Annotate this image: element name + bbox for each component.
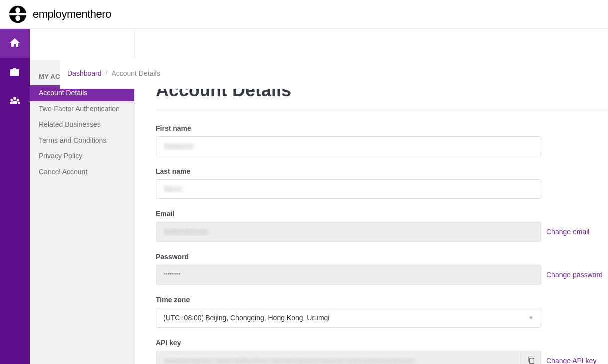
sidebar-item-terms[interactable]: Terms and Conditions bbox=[30, 133, 134, 149]
copy-icon bbox=[527, 356, 535, 364]
sidebar-item-cancel-account[interactable]: Cancel Account bbox=[30, 164, 134, 180]
nav-rail bbox=[0, 29, 30, 364]
svg-point-2 bbox=[15, 15, 20, 21]
nav-briefcase[interactable] bbox=[0, 58, 30, 87]
first-name-label: First name bbox=[156, 124, 608, 132]
chevron-down-icon: ▼ bbox=[528, 315, 534, 321]
sidebar-item-privacy[interactable]: Privacy Policy bbox=[30, 148, 134, 164]
sidebar-item-2fa[interactable]: Two-Factor Authentication bbox=[30, 101, 134, 117]
timezone-select[interactable]: (UTC+08:00) Beijing, Chongqing, Hong Kon… bbox=[156, 308, 541, 328]
api-key-input bbox=[156, 351, 521, 364]
breadcrumb-dashboard[interactable]: Dashboard bbox=[67, 69, 102, 77]
timezone-value: (UTC+08:00) Beijing, Chongqing, Hong Kon… bbox=[163, 314, 329, 322]
brand-logo[interactable]: employmenthero bbox=[9, 5, 111, 23]
breadcrumb: Dashboard / Account Details bbox=[60, 58, 608, 89]
brand-icon bbox=[9, 5, 27, 23]
briefcase-icon bbox=[9, 66, 21, 79]
breadcrumb-separator: / bbox=[106, 69, 108, 77]
password-input bbox=[156, 265, 541, 285]
api-key-label: API key bbox=[156, 339, 608, 347]
email-label: Email bbox=[156, 210, 608, 218]
copy-api-key-button[interactable] bbox=[521, 351, 541, 364]
timezone-label: Time zone bbox=[156, 296, 608, 304]
brand-text: employmenthero bbox=[33, 8, 111, 21]
change-password-link[interactable]: Change password bbox=[546, 271, 603, 279]
first-name-input[interactable] bbox=[156, 136, 541, 156]
last-name-input[interactable] bbox=[156, 179, 541, 199]
change-api-key-link[interactable]: Change API key bbox=[546, 357, 596, 364]
password-label: Password bbox=[156, 253, 608, 261]
app-header: employmenthero bbox=[0, 0, 608, 29]
svg-point-1 bbox=[15, 7, 20, 13]
nav-people[interactable] bbox=[0, 87, 30, 116]
nav-home[interactable] bbox=[0, 29, 30, 58]
people-icon bbox=[9, 95, 21, 108]
home-icon bbox=[9, 37, 21, 50]
change-email-link[interactable]: Change email bbox=[546, 228, 589, 236]
breadcrumb-current: Account Details bbox=[111, 69, 160, 77]
email-input bbox=[156, 222, 541, 242]
sidebar-item-related-businesses[interactable]: Related Businesses bbox=[30, 117, 134, 133]
last-name-label: Last name bbox=[156, 167, 608, 175]
svg-rect-3 bbox=[9, 13, 27, 15]
